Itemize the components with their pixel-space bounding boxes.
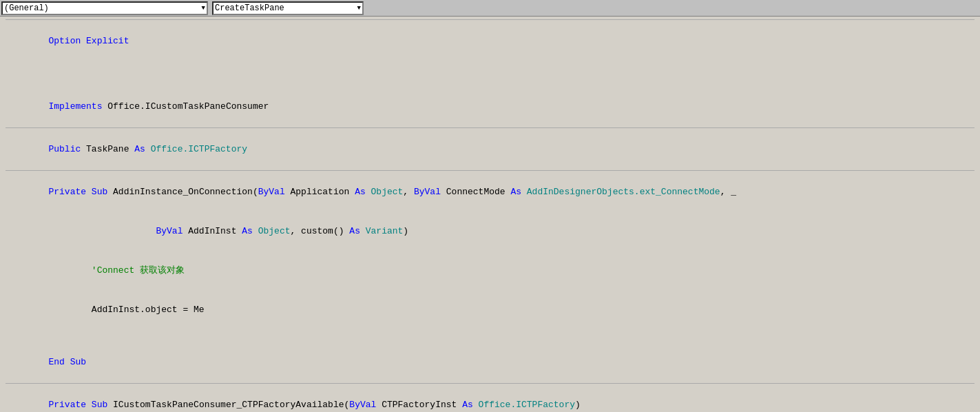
close-paren2: ) [575,400,581,410]
empty-line [6,74,974,87]
close-paren1: ) [403,226,408,236]
sub-name1: AddinInstance_OnConnection( [113,187,258,197]
code-line: Option Explicit [6,21,974,61]
kw-byval1: ByVal [258,187,291,197]
type-ictpfactory2: Office.ICTPFactory [479,400,575,410]
line-separator [6,170,974,171]
type-object1: Object [371,187,404,197]
empty-line [6,329,974,342]
line-separator-top [6,19,974,20]
code-line: AddInInst.object = Me [6,290,974,329]
taskpane-var: TaskPane [86,144,134,154]
kw-as1: As [134,144,150,154]
kw-as6: As [462,400,478,410]
empty-line [6,61,974,74]
kw-option: Option Explicit [48,36,129,46]
kw-as3: As [510,187,526,197]
code-lines: Option Explicit Implements Office.ICusto… [0,17,980,412]
type-variant: Variant [366,226,404,236]
kw-public1: Public [48,144,86,154]
kw-as4: As [242,226,258,236]
code-line: Implements Office.ICustomTaskPaneConsume… [6,87,974,126]
code-line: ByVal AddInInst As Object, custom() As V… [6,212,974,251]
kw-sub1: Sub [92,187,113,197]
object-dropdown-value: (General) [4,3,199,13]
param-connectmode: ConnectMode [446,187,511,197]
comment-connect: 'Connect 获取该对象 [48,265,185,276]
kw-private1: Private [48,187,91,197]
type-ictpfactory: Office.ICTPFactory [151,144,247,154]
object-dropdown[interactable]: (General) ▼ [1,1,208,15]
header-bar: (General) ▼ CreateTaskPane ▼ [0,0,980,17]
indent1 [48,226,156,236]
param-ctpfactory: CTPFactoryInst [382,400,462,410]
param-addinst: AddInInst [188,226,242,236]
code-line: End Sub [6,342,974,382]
addinst-assign: AddInInst.object = Me [48,305,204,315]
kw-implements: Implements [48,101,107,112]
kw-end1: End [48,357,70,367]
line-separator [6,383,974,384]
comma1: , [403,187,414,197]
code-line: Public TaskPane As Office.ICTPFactory [6,130,974,169]
procedure-dropdown-arrow[interactable]: ▼ [357,5,361,12]
kw-sub2: Sub [70,357,86,367]
line-separator [6,127,974,128]
procedure-dropdown[interactable]: CreateTaskPane ▼ [212,1,364,15]
kw-as2: As [355,187,371,197]
kw-as5: As [349,226,365,236]
kw-private2: Private [48,400,91,410]
procedure-dropdown-value: CreateTaskPane [215,3,355,13]
comma2: , custom() [291,226,350,236]
comment-line1: 'Connect 获取该对象 [6,251,974,290]
sub-name2: ICustomTaskPaneConsumer_CTPFactoryAvaila… [113,400,349,410]
implements-value: Office.ICustomTaskPaneConsumer [107,101,269,112]
kw-sub3: Sub [92,400,113,410]
kw-byval2: ByVal [414,187,446,197]
kw-byval3: ByVal [156,226,188,236]
vba-editor: (General) ▼ CreateTaskPane ▼ Option Expl… [0,0,980,412]
code-editor[interactable]: Option Explicit Implements Office.ICusto… [0,17,980,412]
param-app: Application [291,187,355,197]
code-line: Private Sub AddinInstance_OnConnection(B… [6,172,974,212]
kw-byval4: ByVal [349,400,382,410]
type-object2: Object [258,226,291,236]
type-connectmode: AddInDesignerObjects.ext_ConnectMode [527,187,720,197]
object-dropdown-arrow[interactable]: ▼ [202,5,205,12]
code-line: Private Sub ICustomTaskPaneConsumer_CTPF… [6,385,974,412]
continuation: , _ [720,187,736,197]
